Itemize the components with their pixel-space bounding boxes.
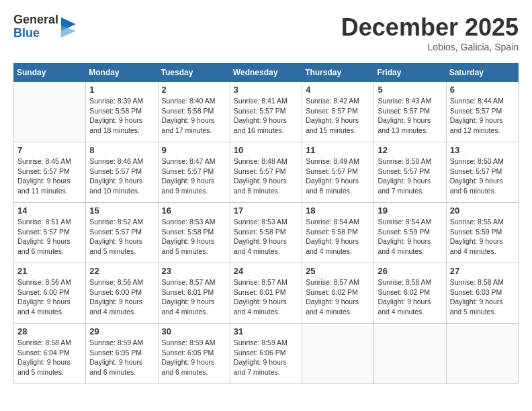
header-row: SundayMondayTuesdayWednesdayThursdayFrid… (14, 64, 519, 82)
day-info: Sunrise: 8:55 AMSunset: 5:59 PMDaylight:… (450, 217, 515, 257)
day-of-week-header: Friday (374, 64, 446, 82)
logo-icon (61, 17, 75, 36)
day-info: Sunrise: 8:59 AMSunset: 6:06 PMDaylight:… (234, 338, 298, 377)
day-number: 10 (234, 145, 298, 155)
calendar-cell: 19Sunrise: 8:54 AMSunset: 5:59 PMDayligh… (374, 203, 446, 263)
calendar-body: 1Sunrise: 8:39 AMSunset: 5:58 PMDaylight… (14, 82, 519, 384)
calendar-cell (446, 324, 518, 384)
day-number: 15 (89, 205, 154, 216)
day-number: 30 (162, 326, 226, 336)
calendar-cell: 15Sunrise: 8:52 AMSunset: 5:57 PMDayligh… (86, 203, 158, 263)
calendar-cell: 22Sunrise: 8:56 AMSunset: 6:00 PMDayligh… (86, 263, 158, 324)
calendar-cell: 6Sunrise: 8:44 AMSunset: 5:57 PMDaylight… (446, 82, 518, 142)
location: Lobios, Galicia, Spain (341, 42, 519, 52)
day-info: Sunrise: 8:59 AMSunset: 6:05 PMDaylight:… (89, 338, 154, 377)
day-info: Sunrise: 8:49 AMSunset: 5:57 PMDaylight:… (306, 156, 370, 196)
calendar-header: SundayMondayTuesdayWednesdayThursdayFrid… (14, 64, 519, 82)
day-info: Sunrise: 8:58 AMSunset: 6:03 PMDaylight:… (450, 277, 515, 317)
calendar-cell: 14Sunrise: 8:51 AMSunset: 5:57 PMDayligh… (14, 203, 86, 263)
calendar-cell: 12Sunrise: 8:50 AMSunset: 5:57 PMDayligh… (374, 142, 446, 203)
day-number: 16 (162, 205, 226, 216)
day-info: Sunrise: 8:59 AMSunset: 6:05 PMDaylight:… (162, 338, 226, 377)
day-number: 22 (89, 266, 154, 276)
calendar-week: 28Sunrise: 8:58 AMSunset: 6:04 PMDayligh… (14, 324, 519, 384)
calendar-cell: 7Sunrise: 8:45 AMSunset: 5:57 PMDaylight… (14, 142, 86, 203)
calendar-cell (14, 82, 86, 142)
calendar-cell: 17Sunrise: 8:53 AMSunset: 5:58 PMDayligh… (230, 203, 302, 263)
day-info: Sunrise: 8:56 AMSunset: 6:00 PMDaylight:… (89, 277, 154, 317)
day-info: Sunrise: 8:54 AMSunset: 5:58 PMDaylight:… (306, 217, 370, 257)
calendar-cell: 20Sunrise: 8:55 AMSunset: 5:59 PMDayligh… (446, 203, 518, 263)
day-of-week-header: Monday (86, 64, 158, 82)
calendar-cell: 23Sunrise: 8:57 AMSunset: 6:01 PMDayligh… (158, 263, 230, 324)
day-info: Sunrise: 8:43 AMSunset: 5:57 PMDaylight:… (378, 96, 442, 136)
day-info: Sunrise: 8:57 AMSunset: 6:02 PMDaylight:… (306, 277, 370, 317)
day-number: 28 (17, 326, 82, 336)
day-number: 2 (162, 85, 226, 95)
day-info: Sunrise: 8:40 AMSunset: 5:58 PMDaylight:… (162, 96, 226, 136)
day-of-week-header: Tuesday (158, 64, 230, 82)
day-info: Sunrise: 8:50 AMSunset: 5:57 PMDaylight:… (450, 156, 515, 196)
calendar-cell: 11Sunrise: 8:49 AMSunset: 5:57 PMDayligh… (302, 142, 374, 203)
day-info: Sunrise: 8:50 AMSunset: 5:57 PMDaylight:… (378, 156, 442, 196)
day-info: Sunrise: 8:51 AMSunset: 5:57 PMDaylight:… (17, 217, 82, 257)
day-number: 4 (306, 85, 370, 95)
day-number: 3 (234, 85, 298, 95)
calendar-cell: 28Sunrise: 8:58 AMSunset: 6:04 PMDayligh… (14, 324, 86, 384)
day-number: 5 (378, 85, 442, 95)
day-of-week-header: Sunday (14, 64, 86, 82)
day-info: Sunrise: 8:48 AMSunset: 5:57 PMDaylight:… (234, 156, 298, 196)
calendar-week: 14Sunrise: 8:51 AMSunset: 5:57 PMDayligh… (14, 203, 519, 263)
calendar-cell (374, 324, 446, 384)
day-number: 9 (162, 145, 226, 155)
day-number: 11 (306, 145, 370, 155)
calendar-week: 7Sunrise: 8:45 AMSunset: 5:57 PMDaylight… (14, 142, 519, 203)
logo: General Blue (13, 13, 75, 40)
calendar-cell: 4Sunrise: 8:42 AMSunset: 5:57 PMDaylight… (302, 82, 374, 142)
day-number: 1 (89, 85, 154, 95)
calendar-cell: 18Sunrise: 8:54 AMSunset: 5:58 PMDayligh… (302, 203, 374, 263)
calendar-cell: 24Sunrise: 8:57 AMSunset: 6:01 PMDayligh… (230, 263, 302, 324)
day-info: Sunrise: 8:54 AMSunset: 5:59 PMDaylight:… (378, 217, 442, 257)
calendar-week: 21Sunrise: 8:56 AMSunset: 6:00 PMDayligh… (14, 263, 519, 324)
logo-general: General (13, 13, 58, 27)
calendar-cell: 16Sunrise: 8:53 AMSunset: 5:58 PMDayligh… (158, 203, 230, 263)
day-number: 31 (234, 326, 298, 336)
day-number: 21 (17, 266, 82, 276)
day-number: 24 (234, 266, 298, 276)
day-info: Sunrise: 8:46 AMSunset: 5:57 PMDaylight:… (89, 156, 154, 196)
day-info: Sunrise: 8:57 AMSunset: 6:01 PMDaylight:… (162, 277, 226, 317)
calendar-cell: 25Sunrise: 8:57 AMSunset: 6:02 PMDayligh… (302, 263, 374, 324)
day-info: Sunrise: 8:57 AMSunset: 6:01 PMDaylight:… (234, 277, 298, 317)
day-of-week-header: Saturday (446, 64, 518, 82)
day-info: Sunrise: 8:58 AMSunset: 6:02 PMDaylight:… (378, 277, 442, 317)
calendar-cell (302, 324, 374, 384)
day-number: 17 (234, 205, 298, 216)
day-of-week-header: Wednesday (230, 64, 302, 82)
day-number: 7 (17, 145, 82, 155)
day-info: Sunrise: 8:56 AMSunset: 6:00 PMDaylight:… (17, 277, 82, 317)
calendar-cell: 29Sunrise: 8:59 AMSunset: 6:05 PMDayligh… (86, 324, 158, 384)
calendar-cell: 9Sunrise: 8:47 AMSunset: 5:57 PMDaylight… (158, 142, 230, 203)
day-number: 29 (89, 326, 154, 336)
calendar-cell: 3Sunrise: 8:41 AMSunset: 5:57 PMDaylight… (230, 82, 302, 142)
day-number: 23 (162, 266, 226, 276)
calendar-cell: 26Sunrise: 8:58 AMSunset: 6:02 PMDayligh… (374, 263, 446, 324)
day-number: 19 (378, 205, 442, 216)
logo-blue: Blue (13, 27, 58, 40)
day-number: 14 (17, 205, 82, 216)
page-header: General Blue December 2025 Lobios, Galic… (13, 13, 519, 52)
day-info: Sunrise: 8:53 AMSunset: 5:58 PMDaylight:… (234, 217, 298, 257)
calendar-cell: 21Sunrise: 8:56 AMSunset: 6:00 PMDayligh… (14, 263, 86, 324)
calendar-cell: 8Sunrise: 8:46 AMSunset: 5:57 PMDaylight… (86, 142, 158, 203)
day-number: 6 (450, 85, 515, 95)
calendar-cell: 5Sunrise: 8:43 AMSunset: 5:57 PMDaylight… (374, 82, 446, 142)
day-number: 18 (306, 205, 370, 216)
calendar-week: 1Sunrise: 8:39 AMSunset: 5:58 PMDaylight… (14, 82, 519, 142)
day-info: Sunrise: 8:58 AMSunset: 6:04 PMDaylight:… (17, 338, 82, 377)
calendar-cell: 30Sunrise: 8:59 AMSunset: 6:05 PMDayligh… (158, 324, 230, 384)
day-info: Sunrise: 8:45 AMSunset: 5:57 PMDaylight:… (17, 156, 82, 196)
day-info: Sunrise: 8:53 AMSunset: 5:58 PMDaylight:… (162, 217, 226, 257)
day-of-week-header: Thursday (302, 64, 374, 82)
day-number: 12 (378, 145, 442, 155)
